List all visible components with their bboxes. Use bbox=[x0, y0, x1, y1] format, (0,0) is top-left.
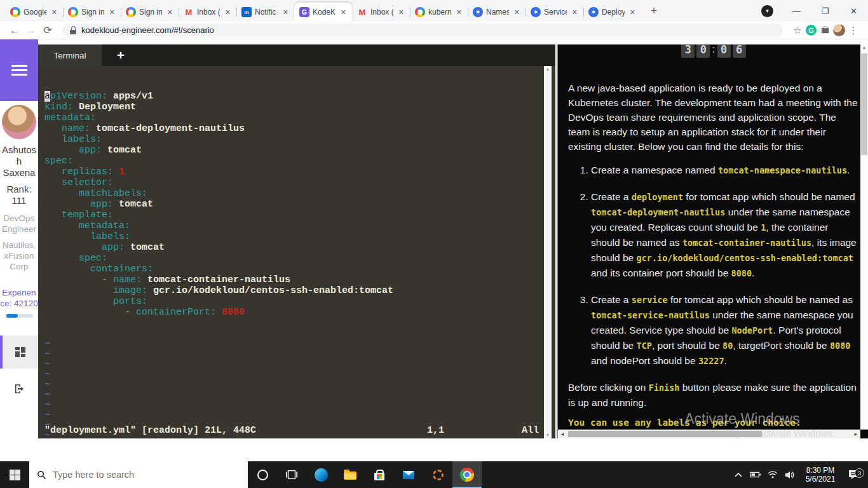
scroll-left-arrow-icon[interactable]: ◄ bbox=[558, 431, 567, 437]
text-run: . bbox=[724, 355, 727, 366]
close-button[interactable]: ✕ bbox=[839, 0, 868, 22]
vim-tildes: ~~~~~~~~~~~~ bbox=[44, 339, 555, 438]
sidebar-item-dashboard[interactable] bbox=[0, 336, 38, 369]
forward-button[interactable]: → bbox=[23, 25, 39, 36]
task-view-button[interactable] bbox=[277, 461, 306, 488]
tab-close-icon[interactable]: ✕ bbox=[628, 8, 637, 17]
vertical-scroll-thumb[interactable] bbox=[861, 53, 867, 155]
tab-close-icon[interactable]: ✕ bbox=[512, 8, 522, 17]
browser-tab[interactable]: kubern✕ bbox=[410, 3, 468, 22]
timer-colon: : bbox=[712, 44, 715, 55]
task-vertical-scrollbar[interactable]: ▲ bbox=[860, 44, 868, 430]
wifi-icon[interactable] bbox=[764, 471, 781, 478]
vim-editor[interactable]: apiVersion: apps/v1kind: Deploymentmetad… bbox=[38, 66, 555, 438]
browser-tab[interactable]: MInbox (✕ bbox=[179, 3, 236, 22]
search-input[interactable] bbox=[53, 470, 212, 480]
taskbar-clock[interactable]: 8:30 PM 5/6/2021 bbox=[801, 466, 840, 484]
user-name: Ashutosh Saxena bbox=[0, 144, 38, 179]
terminal-scrollbar[interactable]: ▲ ▼ bbox=[544, 66, 552, 438]
address-bar[interactable]: kodekloud-engineer.com/#!/scenario bbox=[62, 24, 783, 37]
file-explorer-button[interactable] bbox=[336, 461, 365, 488]
extensions-puzzle-icon[interactable] bbox=[817, 25, 833, 36]
browser-tab[interactable]: Sign in✕ bbox=[121, 3, 179, 22]
media-controls-button[interactable]: ▾ bbox=[761, 5, 773, 17]
task-horizontal-scrollbar[interactable]: ◄ ► bbox=[558, 430, 860, 438]
scroll-up-arrow-icon[interactable]: ▲ bbox=[860, 45, 868, 50]
url-text[interactable]: kodekloud-engineer.com/#!/scenario bbox=[81, 25, 214, 35]
maximize-button[interactable]: ❐ bbox=[811, 0, 839, 22]
mail-button[interactable] bbox=[394, 461, 423, 488]
new-tab-button[interactable]: + bbox=[645, 2, 663, 20]
taskbar-search-box[interactable] bbox=[29, 461, 248, 488]
tab-close-icon[interactable]: ✕ bbox=[223, 8, 233, 17]
tab-close-icon[interactable]: ✕ bbox=[570, 8, 580, 17]
yaml-line: metadata: bbox=[44, 112, 555, 123]
store-button[interactable] bbox=[365, 461, 394, 488]
task-view-icon bbox=[285, 469, 298, 480]
text-run: . bbox=[847, 165, 850, 175]
back-button[interactable]: ← bbox=[6, 25, 23, 36]
edge-button[interactable] bbox=[306, 461, 336, 488]
browser-tab[interactable]: Sign in✕ bbox=[63, 3, 121, 22]
file-explorer-icon bbox=[344, 471, 356, 480]
yaml-line: spec: bbox=[44, 253, 555, 264]
vim-cursor-position: 1,1 bbox=[427, 425, 510, 436]
tab-close-icon[interactable]: ✕ bbox=[454, 8, 464, 17]
yaml-line: - containerPort: 8080 bbox=[44, 307, 555, 318]
scroll-right-arrow-icon[interactable]: ► bbox=[851, 431, 860, 437]
yaml-line: app: tomcat bbox=[44, 145, 555, 156]
minimize-button[interactable]: — bbox=[782, 0, 811, 22]
logout-button[interactable] bbox=[0, 383, 38, 395]
bookmark-star-icon[interactable]: ☆ bbox=[789, 25, 806, 36]
scroll-down-arrow-icon[interactable]: ▼ bbox=[546, 432, 550, 438]
text-run: Create a bbox=[591, 294, 632, 305]
browser-tab[interactable]: inNotific✕ bbox=[236, 3, 294, 22]
yaml-line: replicas: 1 bbox=[44, 166, 555, 177]
tab-close-icon[interactable]: ✕ bbox=[165, 8, 175, 17]
tab-title: Service bbox=[544, 8, 567, 17]
vim-status-line: "deployment.yml" [readonly] 21L, 448C 1,… bbox=[44, 425, 539, 436]
tray-chevron-up-icon[interactable] bbox=[729, 472, 747, 477]
tab-close-icon[interactable]: ✕ bbox=[50, 8, 59, 17]
browser-tab[interactable]: Google✕ bbox=[5, 3, 63, 22]
grammarly-extension-icon[interactable]: G bbox=[806, 25, 817, 36]
terminal-tab[interactable]: Terminal bbox=[38, 44, 102, 66]
browser-tab[interactable]: ✶Service✕ bbox=[526, 3, 583, 22]
browser-menu-icon[interactable]: ⋮ bbox=[845, 25, 862, 36]
chrome-button[interactable] bbox=[452, 461, 482, 488]
scroll-up-arrow-icon[interactable]: ▲ bbox=[546, 66, 550, 72]
browser-tab[interactable]: MInbox (✕ bbox=[352, 3, 410, 22]
tab-title: Notific bbox=[255, 8, 278, 17]
horizontal-scroll-thumb[interactable] bbox=[568, 431, 762, 437]
browser-tab[interactable]: GKodeKl✕ bbox=[294, 3, 352, 22]
profile-avatar[interactable] bbox=[833, 24, 845, 36]
browser-tab[interactable]: ✶Deploy✕ bbox=[583, 3, 641, 22]
task-list-item: Create a service for tomcat app which sh… bbox=[591, 292, 859, 369]
text-run: , port should be bbox=[652, 340, 722, 351]
browser-tab[interactable]: ✶Names✕ bbox=[468, 3, 526, 22]
tab-close-icon[interactable]: ✕ bbox=[107, 8, 117, 17]
volume-icon[interactable] bbox=[781, 471, 798, 479]
action-center-button[interactable]: 3 bbox=[843, 470, 865, 480]
experience-label: Experience: 42120 bbox=[0, 287, 38, 309]
cortana-button[interactable] bbox=[248, 461, 277, 488]
reload-button[interactable]: ⟳ bbox=[39, 24, 56, 36]
tab-title: kubern bbox=[428, 8, 451, 17]
tab-strip-tabs: Google✕Sign in✕Sign in✕MInbox (✕inNotifi… bbox=[0, 0, 641, 22]
tab-close-icon[interactable]: ✕ bbox=[339, 8, 348, 17]
start-button[interactable] bbox=[0, 461, 29, 488]
hamburger-menu-icon[interactable] bbox=[11, 62, 27, 78]
terminal-new-tab-button[interactable]: + bbox=[102, 44, 140, 66]
sidebar-header bbox=[0, 39, 38, 101]
kubernetes-favicon-icon: ✶ bbox=[588, 7, 599, 17]
yaml-line: selector: bbox=[44, 177, 555, 188]
battery-icon[interactable] bbox=[747, 471, 764, 478]
tab-close-icon[interactable]: ✕ bbox=[397, 8, 406, 17]
tab-close-icon[interactable]: ✕ bbox=[281, 8, 290, 17]
lock-icon[interactable] bbox=[70, 26, 76, 34]
inline-code: 8080 bbox=[830, 341, 851, 351]
user-rank: Rank: 111 bbox=[0, 184, 38, 207]
orange-app-button[interactable] bbox=[423, 461, 452, 488]
inline-code: tomcat-namespace-nautilus bbox=[718, 165, 847, 175]
gmail-favicon-icon: M bbox=[184, 7, 194, 17]
